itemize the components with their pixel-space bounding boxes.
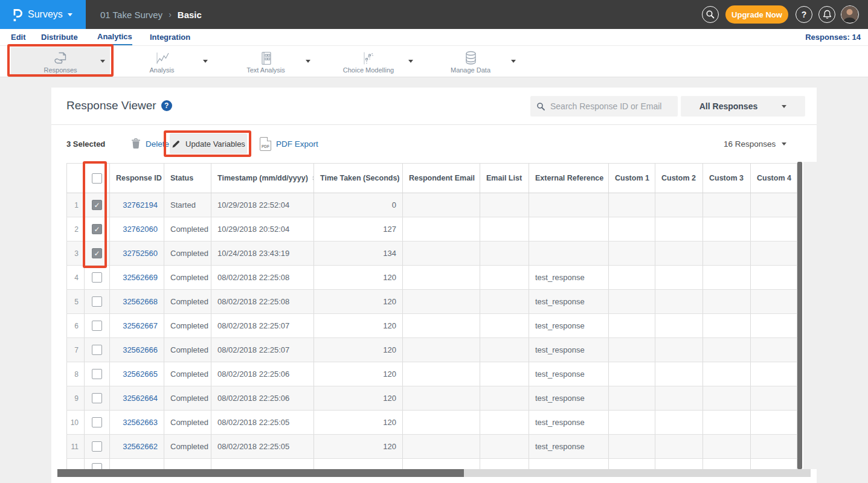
responses-count-dropdown[interactable]: 16 Responses bbox=[724, 139, 786, 149]
header-timestamp[interactable]: Timestamp (mm/dd/yyyy) bbox=[211, 164, 314, 193]
header-custom-2: Custom 2 bbox=[655, 164, 703, 193]
row-checkbox[interactable] bbox=[92, 441, 102, 452]
cell-custom-3 bbox=[703, 386, 751, 410]
pencil-icon bbox=[172, 139, 181, 149]
row-checkbox[interactable] bbox=[92, 417, 102, 427]
response-id-link[interactable]: 32562668 bbox=[123, 297, 158, 306]
manage-data-caret-icon[interactable] bbox=[511, 60, 516, 63]
horizontal-scrollbar-thumb[interactable] bbox=[57, 469, 464, 477]
row-number: 9 bbox=[66, 386, 85, 410]
product-switcher[interactable]: Surveys bbox=[0, 0, 86, 29]
cell-status: Completed bbox=[164, 338, 211, 362]
row-checkbox[interactable] bbox=[92, 248, 102, 258]
cell-response-id: 32762194 bbox=[110, 193, 164, 217]
response-id-link[interactable]: 32762060 bbox=[123, 225, 158, 234]
cell-custom-4 bbox=[751, 193, 797, 217]
update-variables-button[interactable]: Update Variables bbox=[170, 133, 247, 154]
horizontal-scrollbar-track[interactable] bbox=[57, 469, 811, 477]
header-email-list-label: Email List bbox=[486, 174, 522, 182]
survey-nav: Edit Distribute Analytics Integration Re… bbox=[0, 29, 868, 46]
user-avatar[interactable] bbox=[841, 5, 859, 24]
cell-external-reference bbox=[529, 193, 609, 217]
responses-icon bbox=[53, 50, 69, 66]
cell-custom-4 bbox=[751, 459, 797, 469]
cell-custom-2 bbox=[655, 314, 703, 337]
analysis-caret-icon[interactable] bbox=[203, 60, 208, 63]
header-time-taken-label: Time Taken (Seconds) bbox=[320, 174, 400, 182]
pdf-export-action[interactable]: PDF PDF Export bbox=[260, 135, 318, 152]
delete-action[interactable]: Delete bbox=[131, 135, 169, 152]
row-checkbox[interactable] bbox=[92, 200, 102, 210]
cell-custom-3 bbox=[703, 411, 751, 434]
responses-caret-icon[interactable] bbox=[100, 60, 105, 63]
row-select-cell bbox=[85, 386, 110, 410]
nav-tab-analytics[interactable]: Analytics bbox=[97, 29, 132, 45]
response-id-link[interactable]: 32762194 bbox=[123, 200, 158, 210]
toolbar-item-text-analysis[interactable]: Text Analysis bbox=[223, 47, 308, 75]
title-help-icon[interactable]: ? bbox=[161, 100, 172, 111]
row-checkbox[interactable] bbox=[92, 272, 102, 283]
help-button[interactable]: ? bbox=[796, 6, 812, 23]
cell-timestamp: 08/02/2018 22:25:06 bbox=[211, 386, 314, 410]
row-number: 11 bbox=[66, 435, 85, 458]
manage-data-icon bbox=[463, 50, 479, 66]
response-filter-dropdown[interactable]: All Responses bbox=[681, 96, 805, 117]
toolbar-item-analysis[interactable]: Analysis bbox=[120, 47, 204, 75]
choice-modelling-caret-icon[interactable] bbox=[408, 60, 413, 63]
row-checkbox[interactable] bbox=[92, 345, 102, 355]
row-checkbox[interactable] bbox=[92, 463, 102, 469]
nav-tab-integration[interactable]: Integration bbox=[150, 29, 190, 45]
cell-respondent-email bbox=[403, 435, 480, 458]
app-root: Surveys 01 Take Survey › Basic Upgrade N… bbox=[0, 0, 868, 483]
notifications-button[interactable] bbox=[818, 6, 835, 23]
upgrade-now-button[interactable]: Upgrade Now bbox=[725, 5, 788, 24]
toolbar-item-manage-data[interactable]: Manage Data bbox=[428, 47, 513, 75]
cell-time-taken: 120 bbox=[314, 338, 403, 362]
row-select-cell bbox=[85, 411, 110, 434]
cell-custom-4 bbox=[751, 290, 797, 313]
response-id-link[interactable]: 32562665 bbox=[123, 369, 158, 379]
header-response-id[interactable]: Response ID bbox=[110, 164, 164, 193]
cell-external-reference: test_response bbox=[529, 338, 609, 362]
row-select-cell bbox=[85, 362, 110, 386]
header-time-taken[interactable]: Time Taken (Seconds) bbox=[314, 164, 403, 193]
page-title-text: Response Viewer bbox=[66, 99, 156, 112]
response-id-link[interactable]: 32562666 bbox=[123, 345, 158, 354]
cell-custom-4 bbox=[751, 435, 797, 458]
toolbar-item-choice-modelling[interactable]: Choice Modelling bbox=[326, 47, 411, 75]
response-id-link[interactable]: 32562662 bbox=[123, 442, 158, 451]
responses-count-caret-icon bbox=[782, 142, 786, 146]
table-row: 10 32562663 Completed 08/02/2018 22:25:0… bbox=[66, 411, 797, 435]
row-checkbox[interactable] bbox=[92, 393, 102, 403]
breadcrumb-survey[interactable]: 01 Take Survey bbox=[100, 10, 162, 20]
cell-custom-3 bbox=[703, 217, 751, 241]
responses-table: Response ID Status Timestamp (mm/dd/yyyy… bbox=[66, 163, 797, 469]
toolbar-item-responses[interactable]: Responses bbox=[11, 47, 110, 75]
header-timestamp-label: Timestamp (mm/dd/yyyy) bbox=[217, 174, 308, 182]
response-id-link[interactable]: 32752560 bbox=[123, 249, 158, 258]
cell-time-taken bbox=[314, 459, 403, 469]
search-input[interactable] bbox=[550, 101, 671, 111]
nav-tab-distribute[interactable]: Distribute bbox=[41, 29, 78, 45]
cell-custom-2 bbox=[655, 459, 703, 469]
topbar: Surveys 01 Take Survey › Basic Upgrade N… bbox=[0, 0, 868, 29]
header-status-label: Status bbox=[170, 174, 193, 182]
response-id-link[interactable]: 32562664 bbox=[123, 394, 158, 403]
row-checkbox[interactable] bbox=[92, 296, 102, 307]
global-search-button[interactable] bbox=[702, 6, 719, 23]
text-analysis-caret-icon[interactable] bbox=[306, 60, 310, 63]
response-id-link[interactable]: 32562663 bbox=[123, 418, 158, 427]
row-checkbox[interactable] bbox=[92, 224, 102, 234]
cell-email-list bbox=[480, 386, 529, 410]
cell-timestamp: 10/24/2018 23:43:19 bbox=[211, 242, 314, 265]
response-id-link[interactable]: 32562667 bbox=[123, 321, 158, 330]
response-id-link[interactable]: 32562669 bbox=[123, 273, 158, 282]
cell-respondent-email bbox=[403, 242, 480, 265]
select-all-checkbox[interactable] bbox=[92, 173, 102, 184]
row-select-cell bbox=[85, 435, 110, 458]
cell-custom-1 bbox=[609, 242, 655, 265]
row-checkbox[interactable] bbox=[92, 321, 102, 331]
nav-tab-edit[interactable]: Edit bbox=[11, 29, 26, 45]
vertical-scrollbar[interactable] bbox=[797, 162, 802, 469]
row-checkbox[interactable] bbox=[92, 369, 102, 379]
